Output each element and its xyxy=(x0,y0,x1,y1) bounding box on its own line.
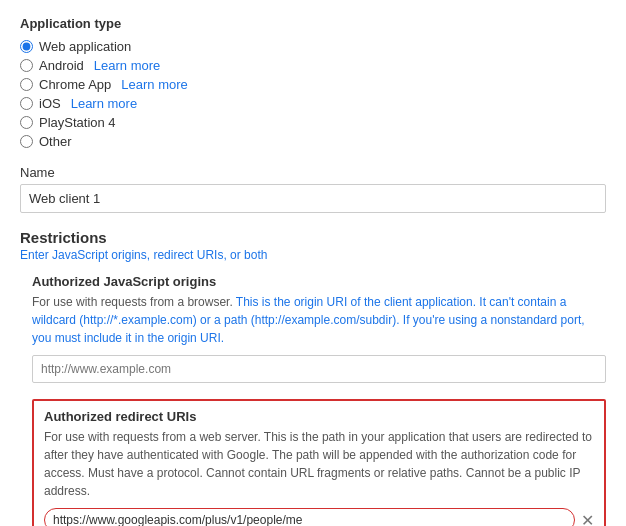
android-learn-more-link[interactable]: Learn more xyxy=(94,58,160,73)
radio-android[interactable] xyxy=(20,59,33,72)
chrome-learn-more-link[interactable]: Learn more xyxy=(121,77,187,92)
redirect-uris-title: Authorized redirect URIs xyxy=(44,409,594,424)
radio-item-playstation[interactable]: PlayStation 4 xyxy=(20,115,606,130)
delete-url-icon[interactable]: ✕ xyxy=(581,511,594,527)
radio-label-ios[interactable]: iOS xyxy=(39,96,61,111)
js-origins-input[interactable] xyxy=(32,355,606,383)
js-origins-desc-static: For use with requests from a browser. xyxy=(32,295,236,309)
restrictions-section: Restrictions Enter JavaScript origins, r… xyxy=(20,229,606,526)
radio-playstation[interactable] xyxy=(20,116,33,129)
name-input[interactable] xyxy=(20,184,606,213)
js-origins-desc: For use with requests from a browser. Th… xyxy=(32,293,606,347)
radio-item-android[interactable]: Android Learn more xyxy=(20,58,606,73)
radio-other[interactable] xyxy=(20,135,33,148)
application-type-section: Application type Web application Android… xyxy=(20,16,606,149)
name-label: Name xyxy=(20,165,606,180)
radio-label-other[interactable]: Other xyxy=(39,134,72,149)
name-section: Name xyxy=(20,165,606,213)
redirect-url-value: https://www.googleapis.com/plus/v1/peopl… xyxy=(44,508,575,526)
restrictions-subtitle: Enter JavaScript origins, redirect URIs,… xyxy=(20,248,606,262)
radio-label-chrome[interactable]: Chrome App xyxy=(39,77,111,92)
radio-item-web[interactable]: Web application xyxy=(20,39,606,54)
radio-web[interactable] xyxy=(20,40,33,53)
radio-label-android[interactable]: Android xyxy=(39,58,84,73)
radio-item-other[interactable]: Other xyxy=(20,134,606,149)
redirect-uris-box: Authorized redirect URIs For use with re… xyxy=(32,399,606,526)
redirect-url-row: https://www.googleapis.com/plus/v1/peopl… xyxy=(44,508,594,526)
radio-item-chrome[interactable]: Chrome App Learn more xyxy=(20,77,606,92)
radio-chrome[interactable] xyxy=(20,78,33,91)
ios-learn-more-link[interactable]: Learn more xyxy=(71,96,137,111)
application-type-label: Application type xyxy=(20,16,606,31)
radio-label-web[interactable]: Web application xyxy=(39,39,131,54)
radio-label-playstation[interactable]: PlayStation 4 xyxy=(39,115,116,130)
radio-ios[interactable] xyxy=(20,97,33,110)
radio-item-ios[interactable]: iOS Learn more xyxy=(20,96,606,111)
js-origins-box: Authorized JavaScript origins For use wi… xyxy=(32,274,606,383)
redirect-uris-desc: For use with requests from a web server.… xyxy=(44,428,594,500)
restrictions-title: Restrictions xyxy=(20,229,606,246)
js-origins-title: Authorized JavaScript origins xyxy=(32,274,606,289)
